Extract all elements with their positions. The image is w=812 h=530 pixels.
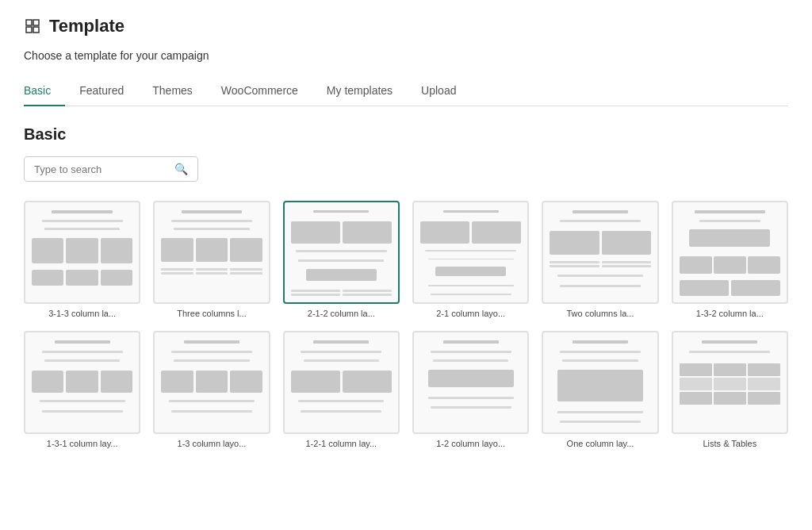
template-icon [24,17,41,35]
tab-my-templates[interactable]: My templates [312,76,407,106]
template-label-10: 1-2 column layo... [412,439,529,448]
template-card-1[interactable]: 3-1-3 column la... [24,201,140,318]
template-card-5[interactable]: Two columns la... [542,201,658,318]
template-card-8[interactable]: 1-3 column layo... [153,331,270,448]
template-card-11[interactable]: One column lay... [542,331,658,448]
template-label-11: One column lay... [542,439,658,448]
template-card-9[interactable]: 1-2-1 column lay... [283,331,400,448]
tab-featured[interactable]: Featured [65,76,138,106]
template-label-6: 1-3-2 column la... [672,309,788,318]
template-label-12: Lists & Tables [672,439,788,448]
template-card-3[interactable]: 2-1-2 column la... [283,201,400,318]
tab-basic[interactable]: Basic [24,76,65,106]
template-card-7[interactable]: 1-3-1 column lay... [24,331,140,448]
template-label-1: 3-1-3 column la... [24,309,140,318]
template-label-8: 1-3 column layo... [153,439,270,448]
template-card-4[interactable]: 2-1 column layo... [412,201,529,318]
template-label-3: 2-1-2 column la... [283,309,400,318]
tab-themes[interactable]: Themes [138,76,207,106]
svg-rect-0 [26,20,32,25]
template-label-9: 1-2-1 column lay... [283,439,400,448]
template-label-4: 2-1 column layo... [412,309,529,318]
svg-rect-1 [33,20,39,25]
search-input[interactable] [34,163,168,175]
section-title: Basic [24,125,788,144]
template-card-10[interactable]: 1-2 column layo... [412,331,529,448]
templates-grid: 3-1-3 column la... [24,201,788,448]
svg-rect-2 [26,27,32,33]
page-title: Template [49,16,124,36]
svg-rect-3 [33,27,39,33]
template-card-6[interactable]: 1-3-2 column la... [672,201,788,318]
template-label-2: Three columns l... [153,309,270,318]
template-label-7: 1-3-1 column lay... [24,439,140,448]
tabs-bar: Basic Featured Themes WooCommerce My tem… [24,76,788,106]
tab-upload[interactable]: Upload [407,76,470,106]
page-subtitle: Choose a template for your campaign [24,49,788,62]
search-icon: 🔍 [174,163,188,175]
template-card-12[interactable]: Lists & Tables [672,331,788,448]
search-bar: 🔍 [24,156,198,182]
tab-woocommerce[interactable]: WooCommerce [207,76,312,106]
template-card-2[interactable]: Three columns l... [153,201,270,318]
template-label-5: Two columns la... [542,309,658,318]
